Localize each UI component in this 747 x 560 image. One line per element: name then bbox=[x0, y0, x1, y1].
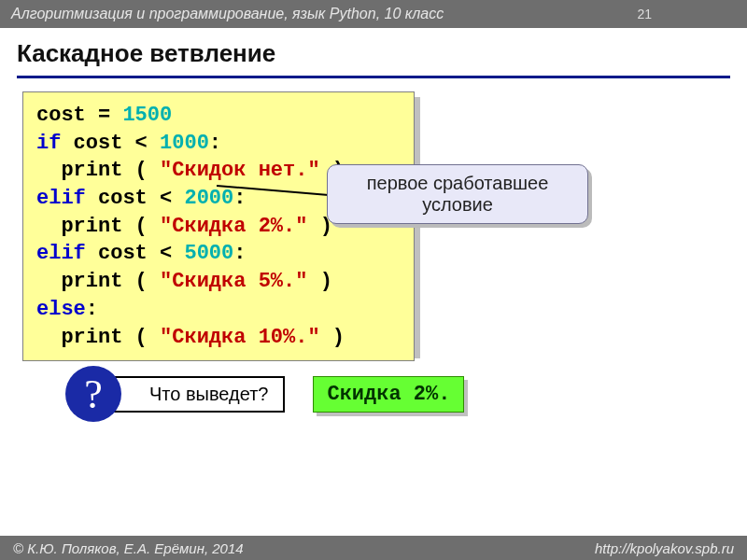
code-number: 5000 bbox=[184, 242, 233, 265]
copyright: © К.Ю. Поляков, Е.А. Ерёмин, 2014 bbox=[13, 540, 244, 556]
code-number: 1000 bbox=[160, 132, 209, 155]
callout-text: первое сработавшее условие bbox=[337, 173, 578, 216]
code-text: print ( bbox=[36, 159, 160, 182]
code-text: ) bbox=[320, 326, 345, 349]
code-text: : bbox=[233, 242, 246, 265]
code-string: "Скидка 10%." bbox=[160, 326, 320, 349]
page-number: 21 bbox=[637, 7, 652, 21]
code-text: cost < bbox=[86, 187, 185, 210]
answer-box: Скидка 2%. bbox=[313, 376, 464, 413]
slide-header: Алгоритмизация и программирование, язык … bbox=[0, 0, 747, 28]
code-text: cost < bbox=[61, 132, 160, 155]
slide-title: Каскадное ветвление bbox=[17, 39, 730, 68]
code-text: cost = bbox=[36, 104, 122, 127]
code-text: print ( bbox=[36, 326, 160, 349]
code-text: ) bbox=[307, 270, 331, 293]
code-string: "Скидка 5%." bbox=[160, 270, 307, 293]
code-keyword: elif bbox=[36, 187, 86, 210]
code-text: : bbox=[209, 132, 221, 155]
title-divider bbox=[17, 76, 730, 78]
question-label-box: Что выведет? bbox=[110, 376, 285, 413]
code-text: print ( bbox=[36, 215, 160, 238]
course-title: Алгоритмизация и программирование, язык … bbox=[11, 6, 444, 22]
code-number: 1500 bbox=[122, 104, 172, 127]
slide-footer: © К.Ю. Поляков, Е.А. Ерёмин, 2014 http:/… bbox=[0, 536, 747, 560]
question-icon: ? bbox=[65, 366, 121, 422]
footer-url: http://kpolyakov.spb.ru bbox=[595, 540, 734, 556]
code-string: "Скидка 2%." bbox=[160, 215, 307, 238]
code-text: print ( bbox=[36, 270, 160, 293]
callout-connector bbox=[217, 177, 329, 187]
answer-text: Скидка 2%. bbox=[327, 383, 450, 406]
question-label: Что выведет? bbox=[149, 384, 268, 404]
question-mark: ? bbox=[84, 371, 103, 418]
code-keyword: else bbox=[36, 298, 86, 321]
callout-box: первое сработавшее условие bbox=[327, 164, 588, 224]
code-keyword: elif bbox=[36, 242, 86, 265]
code-text: cost < bbox=[86, 242, 185, 265]
code-keyword: if bbox=[36, 132, 61, 155]
code-text: : bbox=[86, 298, 98, 321]
